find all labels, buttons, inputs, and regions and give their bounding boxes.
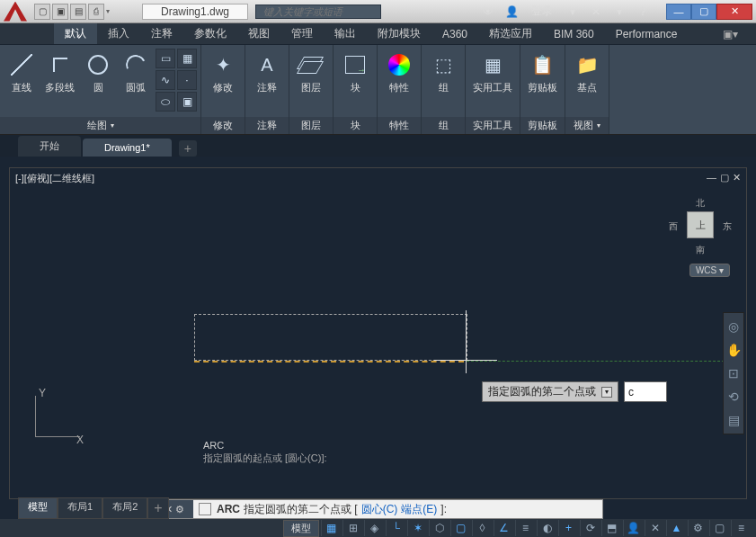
region-icon[interactable]: ▣ — [177, 92, 197, 112]
panel-title-annotate[interactable]: 注释 — [257, 119, 277, 132]
otrack-icon[interactable]: ∠ — [494, 520, 513, 536]
exchange-icon[interactable]: ✕ — [587, 3, 605, 21]
lineweight-icon[interactable]: ≡ — [515, 520, 535, 536]
pan-icon[interactable]: ✋ — [724, 340, 743, 360]
panel-title-block[interactable]: 块 — [351, 119, 360, 132]
circle-button[interactable]: 圆 — [80, 49, 116, 96]
polyline-button[interactable]: 多段线 — [41, 49, 78, 96]
cmd-option-end[interactable]: 端点(E) — [401, 502, 437, 517]
ortho-icon[interactable]: └ — [386, 520, 405, 536]
panel-title-clipboard[interactable]: 剪贴板 — [528, 119, 557, 132]
units-icon[interactable]: ✕ — [645, 520, 664, 536]
line-button[interactable]: 直线 — [4, 49, 40, 96]
viewcube-north[interactable]: 北 — [696, 197, 705, 210]
clipboard-button[interactable]: 📋剪贴板 — [524, 49, 561, 96]
dyninput-icon[interactable]: + — [558, 520, 578, 536]
close-button[interactable]: ✕ — [716, 4, 752, 20]
panel-title-view[interactable]: 视图 — [574, 119, 593, 132]
view-cube[interactable]: 北 南 西 东 上 — [669, 195, 732, 258]
panel-title-modify[interactable]: 修改 — [213, 119, 233, 132]
steering-wheel-icon[interactable]: ◎ — [724, 317, 743, 336]
viewport-minimize-icon[interactable]: — — [707, 172, 716, 183]
ellipse-icon[interactable]: ⬭ — [156, 92, 175, 112]
search-icon[interactable]: 👁 — [479, 3, 497, 21]
ribbon-tab-bim360[interactable]: BIM 360 — [543, 25, 605, 43]
login-link[interactable]: 登录 — [526, 4, 558, 19]
qat-dropdown-icon[interactable]: ▾ — [106, 4, 115, 20]
modify-button[interactable]: ✦修改 — [205, 49, 241, 96]
orbit-icon[interactable]: ⟲ — [724, 387, 743, 407]
zoom-extents-icon[interactable]: ⊡ — [724, 363, 743, 383]
chevron-down-icon[interactable]: ▾ — [597, 121, 600, 130]
osnap-icon[interactable]: ▢ — [450, 520, 470, 536]
ucs-icon[interactable]: Y X — [21, 387, 84, 450]
app-logo-icon[interactable] — [4, 2, 27, 22]
cycling-icon[interactable]: ⟳ — [580, 520, 600, 536]
new-icon[interactable]: ▢ — [34, 4, 50, 20]
annoscale-icon[interactable]: ▲ — [666, 520, 686, 536]
a360-icon[interactable]: ▾ — [610, 3, 628, 21]
wcs-label[interactable]: WCS ▾ — [689, 264, 730, 277]
transparency-icon[interactable]: ◐ — [537, 520, 556, 536]
viewport-maximize-icon[interactable]: ▢ — [720, 172, 729, 183]
ribbon-tab-output[interactable]: 输出 — [324, 23, 367, 44]
chevron-down-icon[interactable]: ▾ — [111, 121, 114, 130]
quickprops-icon[interactable]: 👤 — [623, 520, 643, 536]
print-icon[interactable]: ⎙ — [88, 4, 104, 20]
workspace-icon[interactable]: ⚙ — [688, 520, 707, 536]
minimize-button[interactable]: — — [666, 4, 691, 20]
ribbon-tab-view[interactable]: 视图 — [237, 23, 280, 44]
save-icon[interactable]: ▤ — [70, 4, 86, 20]
doc-tab-drawing1[interactable]: Drawing1* — [83, 139, 172, 157]
ribbon-tab-default[interactable]: 默认 — [54, 23, 97, 44]
hatch-icon[interactable]: ▦ — [177, 49, 197, 68]
ribbon-tab-performance[interactable]: Performance — [605, 25, 689, 43]
properties-button[interactable]: 特性 — [381, 49, 417, 96]
user-icon[interactable]: 👤 — [503, 3, 520, 21]
status-model-button[interactable]: 模型 — [283, 520, 319, 537]
ribbon-tab-featured[interactable]: 精选应用 — [478, 23, 543, 44]
ribbon-tab-manage[interactable]: 管理 — [280, 23, 324, 44]
panel-title-utilities[interactable]: 实用工具 — [473, 119, 512, 132]
cmd-option-center[interactable]: 圆心(C) — [361, 502, 398, 517]
iso-icon[interactable]: ⬡ — [429, 520, 449, 536]
grid-icon[interactable]: ▦ — [321, 520, 341, 536]
help-search-input[interactable] — [255, 4, 381, 19]
ribbon-tab-annotate[interactable]: 注释 — [140, 23, 183, 44]
dropdown-icon[interactable]: ▾ — [564, 3, 582, 21]
drawing-viewport[interactable]: [-][俯视][二维线框] — ▢ ✕ 指定圆弧的第二个点或 ▾ Y X 北 南… — [9, 167, 747, 499]
layers-button[interactable]: 图层 — [293, 49, 329, 96]
polar-icon[interactable]: ✶ — [407, 520, 427, 536]
layout-tab-model[interactable]: 模型 — [18, 497, 58, 519]
spline-icon[interactable]: ∿ — [156, 70, 175, 90]
viewport-close-icon[interactable]: ✕ — [733, 172, 741, 183]
annomonitor-icon[interactable]: ⬒ — [601, 520, 621, 536]
add-layout-button[interactable]: + — [147, 497, 168, 519]
command-input[interactable]: ARC 指定圆弧的第二个点或 [ 圆心(C) 端点(E) ]: — [193, 500, 602, 518]
viewcube-top[interactable]: 上 — [687, 211, 714, 238]
viewport-label[interactable]: [-][俯视][二维线框] — [15, 172, 94, 185]
dynamic-options-icon[interactable]: ▾ — [601, 387, 612, 398]
clean-icon[interactable]: ▢ — [709, 520, 729, 536]
viewcube-east[interactable]: 东 — [723, 220, 732, 233]
dynamic-input-field[interactable] — [624, 381, 667, 402]
panel-title-draw[interactable]: 绘图 — [87, 119, 107, 132]
ribbon-tab-insert[interactable]: 插入 — [97, 23, 140, 44]
customize-icon[interactable]: ≡ — [731, 520, 751, 536]
snap-icon[interactable]: ⊞ — [342, 520, 362, 536]
ribbon-settings-icon[interactable]: ▣▾ — [723, 28, 738, 40]
showmotion-icon[interactable]: ▤ — [724, 410, 743, 430]
block-button[interactable]: 块 — [337, 49, 373, 96]
panel-title-group[interactable]: 组 — [439, 119, 449, 132]
panel-title-layers[interactable]: 图层 — [301, 119, 321, 132]
maximize-button[interactable]: ▢ — [691, 4, 716, 20]
layout-tab-layout2[interactable]: 布局2 — [102, 497, 147, 519]
panel-title-properties[interactable]: 特性 — [389, 119, 409, 132]
viewcube-south[interactable]: 南 — [696, 244, 705, 256]
viewcube-west[interactable]: 西 — [669, 220, 678, 233]
new-drawing-button[interactable]: + — [179, 140, 197, 157]
infer-icon[interactable]: ◈ — [364, 520, 384, 536]
ribbon-tab-parametric[interactable]: 参数化 — [183, 23, 237, 44]
arc-button[interactable]: 圆弧 — [118, 49, 154, 96]
layout-tab-layout1[interactable]: 布局1 — [58, 497, 102, 519]
